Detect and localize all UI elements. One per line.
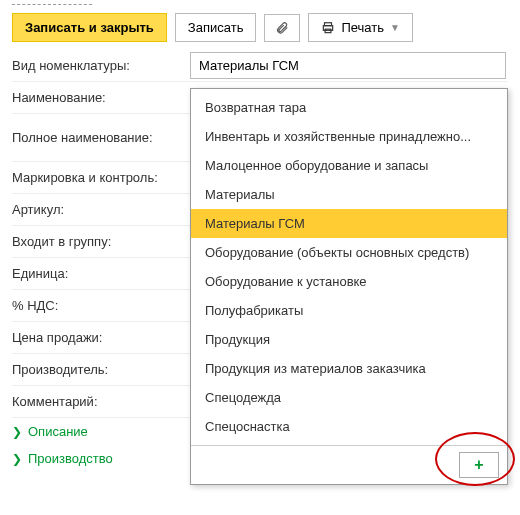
paperclip-icon bbox=[275, 21, 289, 35]
svg-rect-2 bbox=[325, 29, 331, 33]
dropdown-item[interactable]: Спецоснастка bbox=[191, 412, 507, 441]
expander-production-label: Производство bbox=[28, 451, 113, 466]
dropdown-item[interactable]: Полуфабрикаты bbox=[191, 296, 507, 325]
dropdown-item[interactable]: Инвентарь и хозяйственные принадлежно... bbox=[191, 122, 507, 151]
label-group: Входит в группу: bbox=[12, 234, 190, 249]
label-article: Артикул: bbox=[12, 202, 190, 217]
dropdown-item[interactable]: Оборудование (объекты основных средств) bbox=[191, 238, 507, 267]
label-sale-price: Цена продажи: bbox=[12, 330, 190, 345]
dropdown-item[interactable]: Спецодежда bbox=[191, 383, 507, 412]
dropdown-item[interactable]: Продукция bbox=[191, 325, 507, 354]
nomenclature-type-dropdown: Возвратная тараИнвентарь и хозяйственные… bbox=[190, 88, 508, 485]
expander-description-label: Описание bbox=[28, 424, 88, 439]
plus-icon: + bbox=[474, 456, 483, 474]
dropdown-item[interactable]: Материалы bbox=[191, 180, 507, 209]
add-item-button[interactable]: + bbox=[459, 452, 499, 478]
save-and-close-button[interactable]: Записать и закрыть bbox=[12, 13, 167, 42]
chevron-right-icon: ❯ bbox=[12, 425, 22, 439]
label-full-name: Полное наименование: bbox=[12, 130, 190, 145]
print-label: Печать bbox=[341, 20, 384, 35]
save-button[interactable]: Записать bbox=[175, 13, 257, 42]
label-name: Наименование: bbox=[12, 90, 190, 105]
label-unit: Единица: bbox=[12, 266, 190, 281]
label-comment: Комментарий: bbox=[12, 394, 190, 409]
label-marking: Маркировка и контроль: bbox=[12, 170, 190, 185]
print-button[interactable]: Печать ▼ bbox=[308, 13, 413, 42]
nomenclature-type-combo[interactable] bbox=[190, 52, 506, 79]
dropdown-item[interactable]: Материалы ГСМ bbox=[191, 209, 507, 238]
dropdown-item[interactable]: Малоценное оборудование и запасы bbox=[191, 151, 507, 180]
dropdown-list[interactable]: Возвратная тараИнвентарь и хозяйственные… bbox=[191, 89, 507, 445]
nomenclature-type-input[interactable] bbox=[190, 52, 506, 79]
chevron-down-icon: ▼ bbox=[390, 22, 400, 33]
printer-icon bbox=[321, 21, 335, 35]
label-manufacturer: Производитель: bbox=[12, 362, 190, 377]
dropdown-item[interactable]: Оборудование к установке bbox=[191, 267, 507, 296]
chevron-right-icon: ❯ bbox=[12, 452, 22, 466]
dropdown-footer: + bbox=[191, 445, 507, 484]
dropdown-item[interactable]: Возвратная тара bbox=[191, 93, 507, 122]
label-vat: % НДС: bbox=[12, 298, 190, 313]
label-nomenclature-type: Вид номенклатуры: bbox=[12, 58, 190, 73]
attach-button[interactable] bbox=[264, 14, 300, 42]
dropdown-item[interactable]: Продукция из материалов заказчика bbox=[191, 354, 507, 383]
toolbar: Записать и закрыть Записать Печать ▼ bbox=[0, 5, 520, 50]
